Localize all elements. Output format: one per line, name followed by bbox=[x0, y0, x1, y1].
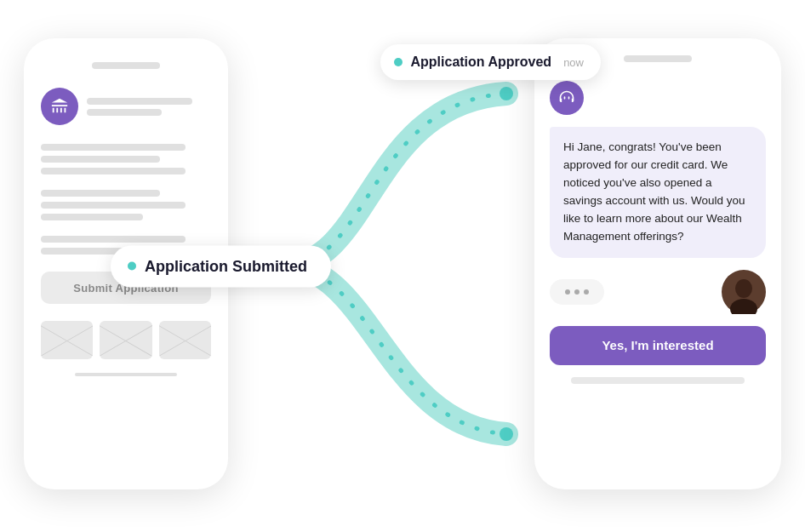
application-approved-label: Application Approved now bbox=[380, 44, 602, 80]
phone-notch bbox=[92, 62, 160, 69]
content-line-1 bbox=[41, 144, 186, 151]
user-avatar-container bbox=[722, 270, 766, 314]
content-block-1 bbox=[41, 144, 211, 174]
image-row bbox=[41, 321, 211, 359]
bottom-bar bbox=[571, 377, 744, 384]
content-line-3 bbox=[41, 168, 186, 174]
chat-header bbox=[550, 81, 766, 115]
image-placeholder-2 bbox=[100, 321, 151, 359]
content-line-2 bbox=[41, 156, 160, 163]
headset-icon bbox=[558, 89, 575, 106]
bank-icon bbox=[41, 88, 78, 125]
scene: .connector-path { fill: none; stroke: #a… bbox=[0, 0, 805, 532]
phone-header bbox=[41, 88, 211, 125]
submitted-dot bbox=[128, 262, 136, 271]
content-line-4 bbox=[41, 190, 160, 197]
chat-message-bubble: Hi Jane, congrats! You've been approved … bbox=[550, 127, 766, 258]
right-phone-notch bbox=[624, 55, 692, 62]
approved-text: Application Approved bbox=[411, 54, 552, 70]
typing-dot-3 bbox=[584, 289, 589, 295]
right-phone: Hi Jane, congrats! You've been approved … bbox=[534, 38, 781, 489]
user-avatar bbox=[722, 270, 766, 314]
content-block-2 bbox=[41, 190, 211, 220]
svg-point-2 bbox=[500, 427, 513, 441]
image-placeholder-1 bbox=[41, 321, 93, 359]
line-2 bbox=[87, 109, 162, 116]
content-line-6 bbox=[41, 214, 143, 220]
approved-time: now bbox=[563, 56, 584, 69]
cta-button[interactable]: Yes, I'm interested bbox=[550, 326, 766, 365]
line-1 bbox=[87, 98, 192, 105]
typing-bubble bbox=[550, 279, 604, 305]
content-line-7 bbox=[41, 236, 186, 243]
typing-dot-1 bbox=[565, 289, 570, 295]
bank-svg bbox=[50, 97, 69, 116]
content-line-5 bbox=[41, 202, 186, 209]
cta-label: Yes, I'm interested bbox=[602, 338, 713, 352]
agent-avatar bbox=[550, 81, 584, 115]
typing-dot-2 bbox=[574, 289, 579, 295]
application-submitted-label: Application Submitted bbox=[111, 245, 331, 287]
typing-row bbox=[550, 270, 766, 314]
approved-dot bbox=[394, 58, 402, 66]
svg-point-4 bbox=[735, 279, 752, 298]
header-lines bbox=[87, 98, 211, 116]
submitted-text: Application Submitted bbox=[145, 257, 307, 275]
chat-message-text: Hi Jane, congrats! You've been approved … bbox=[563, 140, 745, 243]
bottom-line bbox=[75, 373, 177, 376]
svg-point-1 bbox=[500, 87, 513, 100]
image-placeholder-3 bbox=[159, 321, 211, 359]
